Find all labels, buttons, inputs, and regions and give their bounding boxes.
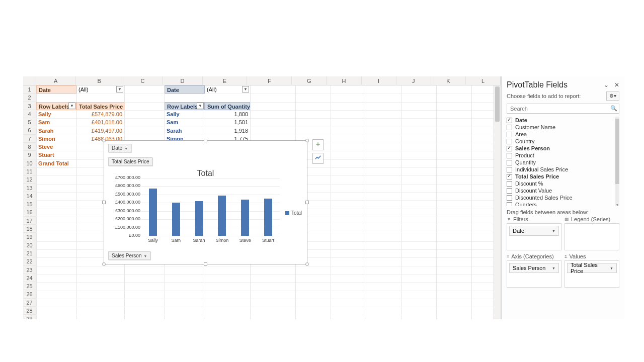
chart-legend[interactable]: Total <box>285 210 302 216</box>
row-header[interactable]: 8 <box>23 143 36 151</box>
field-list[interactable]: DateCustomer NameAreaCountrySales Person… <box>507 117 622 206</box>
resize-handle[interactable] <box>102 139 106 142</box>
chart-bar[interactable] <box>241 200 249 236</box>
pivot-a-row-label[interactable]: Sally <box>36 110 76 118</box>
pivot-b-row-label[interactable]: Sally <box>165 110 205 118</box>
row-header[interactable]: 17 <box>23 217 36 225</box>
row-header[interactable]: 28 <box>23 307 36 315</box>
chart-axis-pill[interactable]: Sales Person▼ <box>108 251 150 260</box>
column-header[interactable]: A <box>36 76 76 85</box>
checkbox[interactable] <box>507 146 512 151</box>
checkbox[interactable] <box>507 118 512 123</box>
checkbox[interactable] <box>507 153 512 158</box>
checkbox[interactable] <box>507 160 512 165</box>
pivot-b-row-label[interactable]: Sarah <box>165 127 205 135</box>
row-header[interactable]: 26 <box>23 290 36 298</box>
checkbox[interactable] <box>507 139 512 144</box>
field-list-item[interactable]: Date <box>507 117 618 124</box>
chart-filter-date-pill[interactable]: Date▼ <box>108 144 131 152</box>
row-header[interactable]: 10 <box>23 159 36 167</box>
pivot-b-row-label[interactable]: Sam <box>165 118 205 126</box>
pivot-a-row-label[interactable]: Sam <box>36 118 76 126</box>
row-header[interactable]: 2 <box>23 94 36 102</box>
column-header[interactable]: C <box>123 76 163 85</box>
field-list-scrollbar[interactable]: ▾ <box>615 117 619 206</box>
chart-bar[interactable] <box>149 189 157 236</box>
filter-dropdown-button[interactable]: ▼ <box>197 103 204 109</box>
resize-handle[interactable] <box>305 201 309 204</box>
resize-handle[interactable] <box>305 139 309 142</box>
filter-dropdown-button[interactable]: ▼ <box>116 86 123 93</box>
axis-chip-salesperson[interactable]: Sales Person▼ <box>509 263 559 273</box>
search-input[interactable] <box>507 104 619 114</box>
pivot-a-row-label[interactable]: Sarah <box>36 127 76 135</box>
resize-handle[interactable] <box>102 262 106 266</box>
column-header[interactable]: I <box>362 76 396 85</box>
row-header[interactable]: 5 <box>23 118 36 126</box>
field-list-item[interactable]: Customer Name <box>507 124 618 131</box>
field-list-item[interactable]: Sales Person <box>507 145 618 152</box>
pivot-a-value-header[interactable]: Total Sales Price <box>76 102 124 110</box>
resize-handle[interactable] <box>204 262 207 266</box>
pane-options-icon[interactable]: ⌄ <box>604 81 609 88</box>
area-filters[interactable]: ▼Filters Date▼ <box>507 216 561 250</box>
close-icon[interactable]: ✕ <box>614 81 619 88</box>
row-header[interactable]: 21 <box>23 249 36 257</box>
chart-bar[interactable] <box>195 201 203 236</box>
row-header[interactable]: 20 <box>23 241 36 249</box>
pivot-a-filter-label[interactable]: Date <box>36 85 76 94</box>
field-list-item[interactable]: Total Sales Price <box>507 173 618 180</box>
field-list-item[interactable]: Discounted Sales Price <box>507 194 618 201</box>
pivot-b-row-value[interactable]: 1,501 <box>205 118 250 126</box>
pivot-a-row-label[interactable]: Steve <box>36 143 76 151</box>
checkbox[interactable] <box>507 167 512 172</box>
values-chip-total-sales-price[interactable]: Total Sales Price▼ <box>567 263 617 273</box>
row-header[interactable]: 14 <box>23 192 36 200</box>
row-header[interactable]: 11 <box>23 167 36 175</box>
field-list-item[interactable]: Quantity <box>507 159 618 166</box>
row-header[interactable]: 7 <box>23 135 36 143</box>
field-list-item[interactable]: Area <box>507 131 618 138</box>
checkbox[interactable] <box>507 202 512 207</box>
pivot-b-row-value[interactable]: 1,800 <box>205 110 250 118</box>
grid-vertical-scrollbar[interactable] <box>494 85 501 319</box>
resize-handle[interactable] <box>305 262 309 266</box>
chart-bar[interactable] <box>264 199 272 236</box>
pivot-b-row-value[interactable]: 1,918 <box>205 127 250 135</box>
column-header[interactable]: E <box>203 76 248 85</box>
gear-icon[interactable]: ⚙▾ <box>606 92 619 101</box>
pivot-a-grand-total-label[interactable]: Grand Total <box>36 159 76 167</box>
pivot-a-row-label[interactable]: Stuart <box>36 151 76 159</box>
resize-handle[interactable] <box>204 139 207 142</box>
column-header[interactable]: L <box>466 76 501 85</box>
column-header[interactable]: B <box>76 76 123 85</box>
checkbox[interactable] <box>507 188 512 194</box>
pivot-a-row-value[interactable]: £401,018.00 <box>76 118 124 126</box>
pivot-a-row-value[interactable]: £419,497.00 <box>76 127 124 135</box>
row-header[interactable]: 9 <box>23 151 36 159</box>
column-header[interactable]: D <box>163 76 203 85</box>
pivot-chart[interactable]: Date▼ Total Sales Price Total Total Sale… <box>104 140 307 264</box>
row-header[interactable]: 22 <box>23 257 36 265</box>
pivot-a-row-value[interactable]: £574,879.00 <box>76 110 124 118</box>
chart-bar[interactable] <box>218 196 226 236</box>
column-header[interactable]: K <box>431 76 466 85</box>
field-list-item[interactable]: Product <box>507 152 618 159</box>
chart-styles-button[interactable] <box>312 153 324 164</box>
row-header[interactable]: 19 <box>23 233 36 241</box>
select-all-corner[interactable] <box>23 76 36 85</box>
field-list-item[interactable]: Discount Value <box>507 187 618 194</box>
field-list-item[interactable]: Country <box>507 138 618 145</box>
filter-chip-date[interactable]: Date▼ <box>509 226 559 236</box>
column-header[interactable]: G <box>292 76 327 85</box>
chart-measure-pill[interactable]: Total Sales Price <box>108 157 152 166</box>
column-header[interactable]: F <box>247 76 292 85</box>
filter-dropdown-button[interactable]: ▼ <box>242 86 249 93</box>
checkbox[interactable] <box>507 195 512 201</box>
area-axis[interactable]: ≡Axis (Categories) Sales Person▼ <box>507 253 561 288</box>
row-header[interactable]: 15 <box>23 200 36 208</box>
field-list-item[interactable]: Quarters <box>507 201 618 206</box>
row-header[interactable]: 25 <box>23 282 36 290</box>
pivot-b-value-header[interactable]: Sum of Quantity <box>205 102 250 110</box>
checkbox[interactable] <box>507 132 512 137</box>
